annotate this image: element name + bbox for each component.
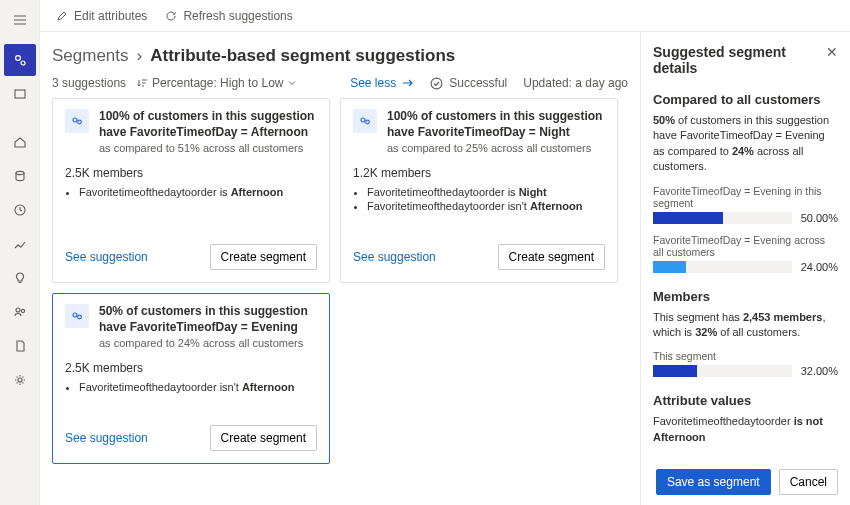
card-members: 2.5K members [65, 166, 317, 180]
home-icon[interactable] [4, 126, 36, 158]
members-text: This segment has 2,453 members, which is… [653, 310, 838, 341]
sort-control[interactable]: Percentage: High to Low [136, 76, 297, 90]
panel-title: Suggested segment details [653, 44, 826, 76]
topbar: Edit attributes Refresh suggestions [40, 0, 850, 32]
suggestion-count: 3 suggestions [52, 76, 126, 90]
card-subtitle: as compared to 25% across all customers [387, 142, 605, 154]
doc-icon[interactable] [4, 330, 36, 362]
refresh-suggestions-button[interactable]: Refresh suggestions [165, 9, 292, 23]
side-panel: Suggested segment details ✕ Compared to … [640, 32, 850, 505]
rule-item: Favoritetimeofthedaytoorder isn't Aftern… [367, 200, 605, 212]
sort-label: Percentage: High to Low [152, 76, 283, 90]
bar2: 24.00% [653, 261, 838, 273]
card-rules: Favoritetimeofthedaytoorder is Afternoon [79, 186, 317, 200]
compare-text: 50% of customers in this suggestion have… [653, 113, 838, 175]
card-members: 2.5K members [65, 361, 317, 375]
section-compare-heading: Compared to all customers [653, 92, 838, 107]
time-icon[interactable] [4, 194, 36, 226]
status-badge: Successful [430, 76, 507, 90]
rule-item: Favoritetimeofthedaytoorder is Night [367, 186, 605, 198]
see-suggestion-link[interactable]: See suggestion [353, 250, 436, 264]
refresh-icon [165, 10, 177, 22]
data-icon[interactable] [4, 160, 36, 192]
page-title: Attribute-based segment suggestions [150, 46, 455, 66]
svg-point-12 [366, 120, 370, 124]
svg-point-0 [15, 56, 20, 61]
create-segment-button[interactable]: Create segment [210, 425, 317, 451]
svg-point-8 [431, 78, 442, 89]
see-suggestion-link[interactable]: See suggestion [65, 250, 148, 264]
section-members-heading: Members [653, 289, 838, 304]
bar3-label: This segment [653, 350, 838, 362]
breadcrumb: Segments › Attribute-based segment sugge… [52, 46, 628, 66]
card-rules: Favoritetimeofthedaytoorder is NightFavo… [367, 186, 605, 214]
arrow-right-icon [402, 78, 414, 88]
suggestion-card[interactable]: 100% of customers in this suggestion hav… [340, 98, 618, 283]
svg-rect-2 [15, 90, 25, 98]
card-title: 100% of customers in this suggestion hav… [99, 109, 317, 140]
svg-point-7 [18, 378, 22, 382]
svg-point-10 [78, 120, 82, 124]
suggestion-card[interactable]: 50% of customers in this suggestion have… [52, 293, 330, 464]
segment-icon [65, 304, 89, 328]
chevron-down-icon [287, 78, 297, 88]
breadcrumb-root[interactable]: Segments [52, 46, 129, 66]
left-nav [0, 0, 40, 505]
svg-point-11 [361, 118, 365, 122]
chart-icon[interactable] [4, 228, 36, 260]
card-subtitle: as compared to 51% across all customers [99, 142, 317, 154]
card-subtitle: as compared to 24% across all customers [99, 337, 317, 349]
nav-item-active[interactable] [4, 44, 36, 76]
pencil-icon [56, 10, 68, 22]
updated-label: Updated: a day ago [523, 76, 628, 90]
sort-icon [136, 77, 148, 89]
rule-item: Favoritetimeofthedaytoorder isn't Aftern… [79, 381, 317, 393]
close-icon[interactable]: ✕ [826, 44, 838, 60]
segment-icon [65, 109, 89, 133]
save-as-segment-button[interactable]: Save as segment [656, 469, 771, 495]
rule-item: Favoritetimeofthedaytoorder is Afternoon [79, 186, 317, 198]
chevron-right-icon: › [137, 46, 143, 66]
see-less-link[interactable]: See less [350, 76, 414, 90]
svg-point-6 [21, 309, 24, 312]
check-circle-icon [430, 77, 443, 90]
svg-point-9 [73, 118, 77, 122]
bar2-label: FavoriteTimeofDay = Evening across all c… [653, 234, 838, 258]
nav-item-2[interactable] [4, 78, 36, 110]
svg-point-3 [16, 171, 24, 174]
segment-icon [353, 109, 377, 133]
create-segment-button[interactable]: Create segment [210, 244, 317, 270]
gear-icon[interactable] [4, 364, 36, 396]
see-suggestion-link[interactable]: See suggestion [65, 431, 148, 445]
content: Segments › Attribute-based segment sugge… [40, 32, 640, 505]
refresh-suggestions-label: Refresh suggestions [183, 9, 292, 23]
cards-grid: 100% of customers in this suggestion hav… [52, 98, 628, 464]
svg-point-13 [73, 313, 77, 317]
section-attr-heading: Attribute values [653, 393, 838, 408]
bulb-icon[interactable] [4, 262, 36, 294]
attr-text: Favoritetimeofthedaytoorder is not After… [653, 414, 838, 445]
bar3: 32.00% [653, 365, 838, 377]
hamburger-icon[interactable] [4, 4, 36, 36]
card-members: 1.2K members [353, 166, 605, 180]
cancel-button[interactable]: Cancel [779, 469, 838, 495]
svg-point-14 [78, 315, 82, 319]
edit-attributes-button[interactable]: Edit attributes [56, 9, 147, 23]
card-title: 50% of customers in this suggestion have… [99, 304, 317, 335]
card-rules: Favoritetimeofthedaytoorder isn't Aftern… [79, 381, 317, 395]
main: Edit attributes Refresh suggestions Segm… [40, 0, 850, 505]
metabar: 3 suggestions Percentage: High to Low Se… [52, 76, 628, 90]
people-icon[interactable] [4, 296, 36, 328]
svg-point-1 [21, 61, 25, 65]
card-title: 100% of customers in this suggestion hav… [387, 109, 605, 140]
bar1-label: FavoriteTimeofDay = Evening in this segm… [653, 185, 838, 209]
create-segment-button[interactable]: Create segment [498, 244, 605, 270]
svg-point-5 [16, 308, 20, 312]
bar1: 50.00% [653, 212, 838, 224]
suggestion-card[interactable]: 100% of customers in this suggestion hav… [52, 98, 330, 283]
edit-attributes-label: Edit attributes [74, 9, 147, 23]
